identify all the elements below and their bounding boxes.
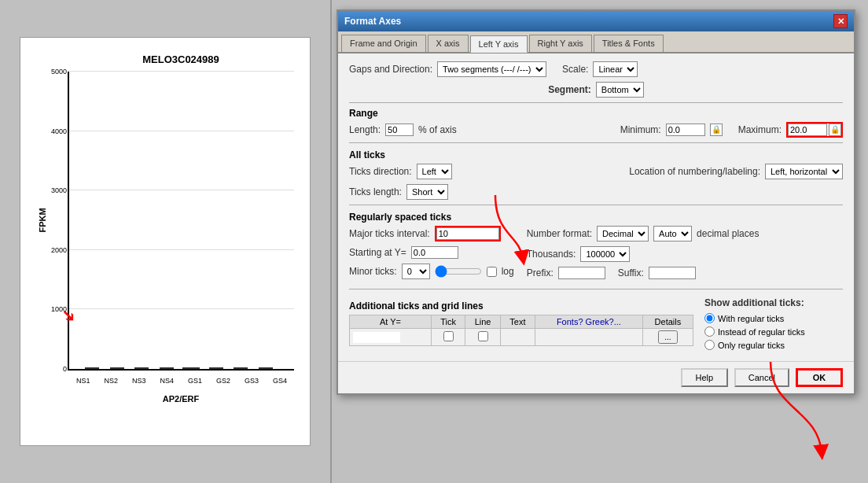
chart-area: MELO3C024989 FPKM 5000 4000 3000 2000 10… xyxy=(0,0,330,483)
dialog-content: Gaps and Direction: Two segments (---/ /… xyxy=(338,53,854,361)
length-input[interactable] xyxy=(385,124,414,136)
chart-inner: FPKM 5000 4000 3000 2000 1000 0 xyxy=(68,72,294,371)
maximum-icon[interactable]: 🔒 xyxy=(829,124,841,136)
col-line: Line xyxy=(465,315,501,329)
help-button[interactable]: Help xyxy=(681,368,728,387)
thousands-row: Thousands: 100000 xyxy=(527,246,760,262)
additional-section: Additional ticks and grid lines At Y= Ti… xyxy=(349,294,843,353)
suffix-input[interactable] xyxy=(649,267,696,279)
bar-NS4 xyxy=(155,367,178,369)
segment-row: Segment: Bottom xyxy=(349,82,843,98)
tab-left-y-axis[interactable]: Left Y axis xyxy=(470,35,528,53)
separator xyxy=(330,0,332,483)
starting-input[interactable] xyxy=(411,246,458,259)
major-ticks-label: Major ticks interval: xyxy=(349,228,430,239)
minor-ticks-label: Minor ticks: xyxy=(349,266,397,277)
ticks-row1: Ticks direction: Left Location of number… xyxy=(349,164,843,179)
thousands-label: Thousands: xyxy=(527,249,576,260)
gaps-direction-select[interactable]: Two segments (---/ /---) xyxy=(437,61,546,77)
col-fonts[interactable]: Fonts? Greek?... xyxy=(535,315,642,329)
ticks-row2: Ticks length: Short xyxy=(349,184,843,200)
ticks-length-label: Ticks length: xyxy=(349,186,402,197)
maximum-input[interactable] xyxy=(788,124,827,136)
major-ticks-row: Major ticks interval: xyxy=(349,226,514,242)
at-y-cell[interactable] xyxy=(350,329,432,346)
major-ticks-input[interactable] xyxy=(436,227,499,240)
regularly-right: Number format: Decimal Auto decimal plac… xyxy=(527,226,760,284)
radio-with-regular[interactable]: With regular ticks xyxy=(704,313,840,323)
x-label-ns2: NS2 xyxy=(104,377,118,385)
tick-cell[interactable] xyxy=(431,329,465,346)
bar-NS2 xyxy=(105,367,129,369)
close-button[interactable]: ✕ xyxy=(833,14,848,28)
x-label-gs3: GS3 xyxy=(245,377,259,385)
minimum-label: Minimum: xyxy=(620,124,661,135)
x-axis-label: AP2/ERF xyxy=(68,394,294,404)
radio-instead-of-input[interactable] xyxy=(704,326,715,337)
minor-ticks-select[interactable]: 0 xyxy=(402,264,430,279)
starting-row: Starting at Y= xyxy=(349,246,514,259)
tick-checkbox[interactable] xyxy=(443,331,454,341)
minor-ticks-slider[interactable] xyxy=(435,265,482,278)
auto-select[interactable]: Auto xyxy=(653,226,692,242)
log-checkbox[interactable] xyxy=(487,267,497,277)
maximum-highlight: 🔒 xyxy=(786,122,843,138)
percent-label: % of axis xyxy=(418,124,457,135)
x-label-gs2: GS2 xyxy=(216,377,230,385)
details-cell[interactable]: ... xyxy=(642,329,693,346)
tab-frame-origin[interactable]: Frame and Origin xyxy=(341,35,426,52)
ticks-length-select[interactable]: Short xyxy=(406,184,448,200)
ticks-direction-select[interactable]: Left xyxy=(417,164,452,179)
segment-label: Segment: xyxy=(548,84,591,95)
bar-GS2 xyxy=(204,367,228,369)
maximum-label: Maximum: xyxy=(738,124,782,135)
prefix-input[interactable] xyxy=(558,267,605,279)
number-format-select[interactable]: Decimal xyxy=(597,226,649,242)
x-labels: NS1 NS2 NS3 NS4 GS1 GS2 GS3 GS4 xyxy=(69,377,294,385)
minimum-input[interactable] xyxy=(666,124,705,136)
length-label: Length: xyxy=(349,124,381,135)
dialog-footer: Help Cancel OK xyxy=(338,361,854,393)
minimum-icon[interactable]: 🔒 xyxy=(710,124,723,136)
at-y-input[interactable] xyxy=(353,332,400,343)
text-cell[interactable] xyxy=(501,329,535,346)
ok-button[interactable]: OK xyxy=(796,368,843,387)
suffix-label: Suffix: xyxy=(618,267,644,278)
y-axis-label: FPKM xyxy=(38,208,47,232)
minor-ticks-row: Minor ticks: 0 log xyxy=(349,264,514,279)
radio-instead-of[interactable]: Instead of regular ticks xyxy=(704,326,840,337)
all-ticks-header: All ticks xyxy=(349,149,843,160)
tab-titles-fonts[interactable]: Titles & Fonts xyxy=(594,35,664,52)
radio-only-regular-label: Only regular ticks xyxy=(718,341,785,350)
x-label-ns3: NS3 xyxy=(132,377,146,385)
bar-GS3 xyxy=(229,367,252,369)
major-ticks-highlight xyxy=(435,226,501,242)
regularly-section: Major ticks interval: Starting at Y= Min… xyxy=(349,226,843,284)
y-tick-5000: 5000 xyxy=(51,68,69,76)
y-tick-0: 0 xyxy=(63,365,69,373)
bar-NS3 xyxy=(130,367,153,369)
number-format-row: Number format: Decimal Auto decimal plac… xyxy=(527,226,760,242)
line-cell[interactable] xyxy=(465,329,501,346)
starting-label: Starting at Y= xyxy=(349,247,406,258)
bar-NS1 xyxy=(80,367,104,369)
tab-right-y-axis[interactable]: Right Y axis xyxy=(529,35,592,52)
radio-only-regular[interactable]: Only regular ticks xyxy=(704,340,840,350)
radio-only-regular-input[interactable] xyxy=(704,340,715,350)
location-label: Location of numbering/labeling: xyxy=(629,166,760,177)
chart-container: MELO3C024989 FPKM 5000 4000 3000 2000 10… xyxy=(20,37,311,446)
fonts-cell xyxy=(535,329,642,346)
segment-select[interactable]: Bottom xyxy=(596,82,644,98)
chart-title: MELO3C024989 xyxy=(68,53,294,65)
details-button[interactable]: ... xyxy=(658,330,677,344)
prefix-suffix-row: Prefix: Suffix: xyxy=(527,267,760,279)
thousands-select[interactable]: 100000 xyxy=(580,246,630,262)
cancel-button[interactable]: Cancel xyxy=(734,368,789,387)
tab-x-axis[interactable]: X axis xyxy=(428,35,469,52)
scale-select[interactable]: Linear xyxy=(593,61,638,77)
radio-with-regular-input[interactable] xyxy=(704,313,715,323)
x-label-ns4: NS4 xyxy=(160,377,174,385)
line-checkbox[interactable] xyxy=(478,331,488,341)
location-select[interactable]: Left, horizontal xyxy=(765,164,843,179)
x-label-ns1: NS1 xyxy=(76,377,90,385)
